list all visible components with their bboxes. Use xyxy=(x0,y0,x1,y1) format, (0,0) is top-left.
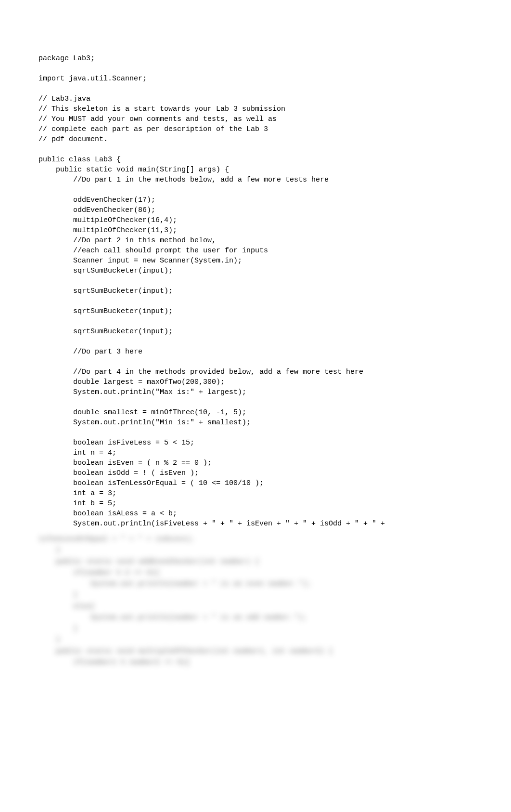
blurred-line: } xyxy=(38,589,511,601)
code-line: // Lab3.java xyxy=(38,95,90,103)
blurred-line: public static void multipleOfChecker(int… xyxy=(38,646,511,657)
code-line: oddEvenChecker(86); xyxy=(38,206,155,214)
code-line: multipleOfChecker(16,4); xyxy=(38,216,177,224)
code-line: sqrtSumBucketer(input); xyxy=(38,307,173,315)
code-line: boolean isFiveLess = 5 < 15; xyxy=(38,439,194,447)
code-line: //each call should prompt the user for i… xyxy=(38,247,268,255)
code-line: // You MUST add your own comments and te… xyxy=(38,115,277,123)
code-line: boolean isALess = a < b; xyxy=(38,510,177,518)
blurred-line: } xyxy=(38,545,511,556)
code-line: sqrtSumBucketer(input); xyxy=(38,287,173,295)
code-line: // complete each part as per description… xyxy=(38,125,268,133)
code-line: //Do part 2 in this method below, xyxy=(38,236,216,245)
code-line: int b = 5; xyxy=(38,499,116,508)
blurred-line: } xyxy=(38,623,511,634)
blurred-line: if(number % 2 == 0){ xyxy=(38,567,511,578)
blurred-line: isTenLessOrEqual + " + " + isALess); xyxy=(38,534,511,545)
code-line: int n = 4; xyxy=(38,449,116,457)
code-line: boolean isOdd = ! ( isEven ); xyxy=(38,469,199,477)
blurred-line: System.out.println(number + " is an even… xyxy=(38,578,511,589)
blurred-line: else{ xyxy=(38,601,511,612)
code-line: System.out.println("Min is:" + smallest)… xyxy=(38,419,251,427)
blurred-line: if(number1 % number2 == 0){ xyxy=(38,657,511,668)
code-line: boolean isEven = ( n % 2 == 0 ); xyxy=(38,459,212,467)
blurred-line: public static void oddEvenChecker(int nu… xyxy=(38,556,511,567)
code-line: double smallest = minOfThree(10, -1, 5); xyxy=(38,408,246,417)
code-line: //Do part 3 here xyxy=(38,348,142,356)
code-line: System.out.println("Max is:" + largest); xyxy=(38,388,246,396)
code-line: Scanner input = new Scanner(System.in); xyxy=(38,257,242,265)
code-line: import java.util.Scanner; xyxy=(38,75,147,83)
code-line: sqrtSumBucketer(input); xyxy=(38,327,173,336)
code-line: public static void main(String[] args) { xyxy=(38,166,229,174)
code-line: boolean isTenLessOrEqual = ( 10 <= 100/1… xyxy=(38,479,264,487)
code-line: //Do part 4 in the methods provided belo… xyxy=(38,368,363,376)
code-line: oddEvenChecker(17); xyxy=(38,196,155,204)
code-line: public class Lab3 { xyxy=(38,156,121,164)
code-line: //Do part 1 in the methods below, add a … xyxy=(38,176,329,184)
blurred-line: } xyxy=(38,634,511,645)
code-line: int a = 3; xyxy=(38,489,116,498)
code-line: multipleOfChecker(11,3); xyxy=(38,226,177,235)
code-line: // This skeleton is a start towards your… xyxy=(38,105,285,113)
code-line: double largest = maxOfTwo(200,300); xyxy=(38,378,225,386)
blurred-preview: isTenLessOrEqual + " + " + isALess); } p… xyxy=(0,534,511,668)
document-page: package Lab3; import java.util.Scanner; … xyxy=(0,0,511,812)
code-line: // pdf document. xyxy=(38,135,108,144)
code-line: System.out.println(isFiveLess + " + " + … xyxy=(38,520,385,528)
code-block: package Lab3; import java.util.Scanner; … xyxy=(0,43,511,529)
code-line: sqrtSumBucketer(input); xyxy=(38,267,173,275)
blurred-line: System.out.println(number + " is an odd … xyxy=(38,612,511,623)
code-line: package Lab3; xyxy=(38,54,95,63)
